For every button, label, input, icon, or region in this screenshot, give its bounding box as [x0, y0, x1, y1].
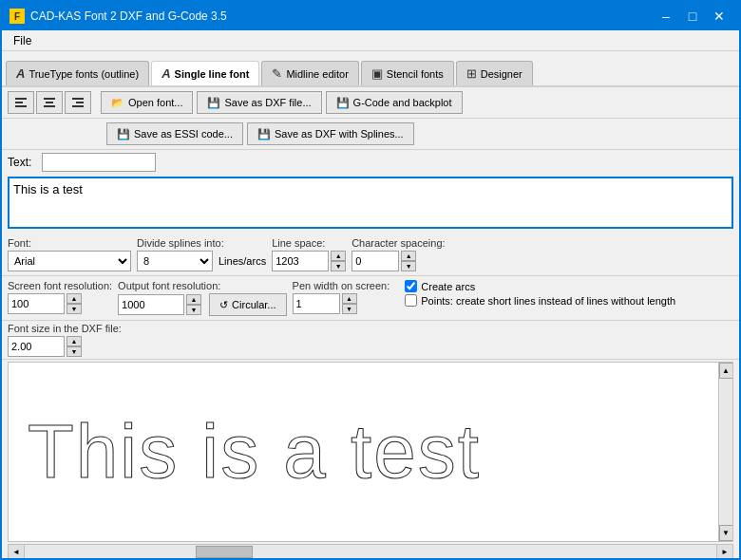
hscroll-left-button[interactable]: ◄: [9, 545, 25, 559]
line-space-spinner[interactable]: ▲ ▼: [331, 251, 346, 271]
open-font-label: Open font...: [128, 97, 182, 108]
font-size-input[interactable]: [8, 336, 65, 357]
output-res-down[interactable]: ▼: [186, 305, 201, 315]
controls-section: Font: Arial Times New Roman Courier New …: [2, 233, 739, 276]
output-res-up[interactable]: ▲: [186, 294, 201, 305]
main-textarea[interactable]: This is a test: [8, 177, 733, 229]
screen-res-up[interactable]: ▲: [66, 293, 82, 304]
points-row: Points: create short lines instead of li…: [405, 294, 675, 307]
horizontal-scrollbar[interactable]: ◄ ►: [8, 544, 733, 560]
divide-splines-group: Divide splines into: 4 8 16 32 Lines/arc…: [137, 237, 266, 271]
pen-width-up[interactable]: ▲: [342, 293, 357, 304]
font-select[interactable]: Arial Times New Roman Courier New: [8, 251, 131, 271]
font-group: Font: Arial Times New Roman Courier New: [8, 237, 131, 271]
tab-singleline[interactable]: A Single line font: [151, 61, 259, 85]
singleline-tab-icon: A: [162, 66, 170, 81]
font-size-label: Font size in the DXF file:: [8, 323, 122, 334]
points-checkbox[interactable]: [405, 294, 417, 307]
align-center-button[interactable]: [36, 91, 63, 114]
output-res-label: Output font resolution:: [118, 280, 286, 291]
svg-rect-7: [76, 102, 84, 103]
gcode-label: G-Code and backplot: [353, 97, 452, 108]
save-dxf-button[interactable]: 💾 Save as DXF file...: [197, 91, 321, 114]
divide-splines-label: Divide splines into:: [137, 237, 266, 249]
save-essi-button[interactable]: 💾 Save as ESSI code...: [106, 122, 243, 145]
preview-text: This is a test: [28, 408, 481, 495]
title-bar: F CAD-KAS Font 2 DXF and G-Code 3.5 – □ …: [2, 2, 739, 30]
svg-rect-4: [46, 102, 53, 103]
font-size-down[interactable]: ▼: [66, 346, 82, 357]
output-res-spinner[interactable]: ▲ ▼: [186, 294, 201, 315]
menu-file[interactable]: File: [6, 32, 39, 49]
text-small-input[interactable]: [42, 153, 156, 172]
pen-width-down[interactable]: ▼: [342, 304, 357, 314]
line-space-input[interactable]: [272, 251, 329, 271]
align-left-button[interactable]: [8, 91, 34, 114]
line-space-label: Line space:: [272, 237, 346, 249]
vertical-scrollbar[interactable]: ▲ ▼: [718, 363, 732, 541]
create-arcs-label: Create arcs: [421, 281, 475, 292]
svg-rect-1: [15, 102, 23, 103]
line-space-up[interactable]: ▲: [331, 251, 346, 261]
scroll-track-v[interactable]: [720, 379, 732, 525]
pen-width-label: Pen width on screen:: [293, 280, 390, 291]
pen-width-input[interactable]: [293, 293, 340, 314]
toolbar-row2: 💾 Save as ESSI code... 💾 Save as DXF wit…: [2, 119, 739, 150]
preview-area: This is a test ▲ ▼: [8, 362, 733, 542]
char-space-spinner[interactable]: ▲ ▼: [401, 251, 416, 271]
truetype-tab-icon: A: [16, 66, 25, 81]
save-essi-label: Save as ESSI code...: [134, 128, 233, 140]
tab-stencil[interactable]: ▣ Stencil fonts: [361, 61, 454, 85]
toolbar-row1: 📂 Open font... 💾 Save as DXF file... 💾 G…: [2, 87, 739, 119]
line-space-group: Line space: ▲ ▼: [272, 237, 346, 271]
gcode-icon: 💾: [336, 97, 350, 109]
scroll-down-button[interactable]: ▼: [719, 525, 733, 541]
char-space-input[interactable]: [352, 251, 399, 271]
hscroll-right-button[interactable]: ►: [716, 545, 732, 559]
svg-rect-5: [44, 105, 55, 107]
circular-button[interactable]: ↺ Circular...: [209, 293, 286, 316]
tab-truetype-label: TrueType fonts (outline): [28, 68, 139, 80]
output-res-input[interactable]: [118, 294, 184, 315]
save-dxf-icon: 💾: [207, 97, 220, 109]
svg-rect-3: [44, 98, 55, 100]
gcode-button[interactable]: 💾 G-Code and backplot: [326, 91, 463, 114]
circular-icon: ↺: [219, 299, 228, 311]
screen-res-input[interactable]: [8, 293, 65, 314]
stencil-tab-icon: ▣: [371, 66, 383, 81]
textarea-wrap: This is a test: [2, 175, 739, 233]
save-dxf-splines-button[interactable]: 💾 Save as DXF with Splines...: [247, 122, 414, 145]
close-button[interactable]: ✕: [707, 7, 732, 26]
screen-res-spinner[interactable]: ▲ ▼: [66, 293, 82, 314]
font-size-up[interactable]: ▲: [66, 336, 82, 346]
font-label: Font:: [8, 237, 131, 249]
hscroll-track[interactable]: [25, 545, 716, 559]
tab-designer[interactable]: ⊞ Designer: [456, 61, 533, 85]
font-size-spinner[interactable]: ▲ ▼: [66, 336, 82, 357]
scroll-up-button[interactable]: ▲: [719, 363, 733, 379]
save-dxf-label: Save as DXF file...: [224, 97, 311, 108]
preview-content: This is a test: [9, 363, 732, 541]
minimize-button[interactable]: –: [654, 7, 678, 26]
hscroll-thumb[interactable]: [196, 546, 253, 558]
maximize-button[interactable]: □: [680, 7, 705, 26]
save-essi-icon: 💾: [117, 128, 130, 140]
pen-width-group: Pen width on screen: ▲ ▼: [293, 280, 390, 316]
divide-splines-select[interactable]: 4 8 16 32: [137, 251, 213, 271]
screen-res-group: Screen font resolution: ▲ ▼: [8, 280, 112, 316]
align-right-icon: [71, 96, 85, 109]
pen-width-spinner[interactable]: ▲ ▼: [342, 293, 357, 314]
char-space-up[interactable]: ▲: [401, 251, 416, 261]
tab-midline[interactable]: ✎ Midline editor: [261, 61, 358, 85]
align-right-button[interactable]: [65, 91, 91, 114]
create-arcs-checkbox[interactable]: [405, 280, 417, 292]
line-space-down[interactable]: ▼: [331, 261, 346, 271]
svg-rect-0: [15, 98, 27, 100]
svg-rect-6: [72, 98, 84, 100]
circular-label: Circular...: [232, 299, 276, 310]
screen-res-down[interactable]: ▼: [66, 304, 82, 314]
text-label: Text:: [8, 156, 36, 169]
char-space-down[interactable]: ▼: [401, 261, 416, 271]
open-font-button[interactable]: 📂 Open font...: [101, 91, 193, 114]
tab-truetype[interactable]: A TrueType fonts (outline): [6, 61, 149, 85]
